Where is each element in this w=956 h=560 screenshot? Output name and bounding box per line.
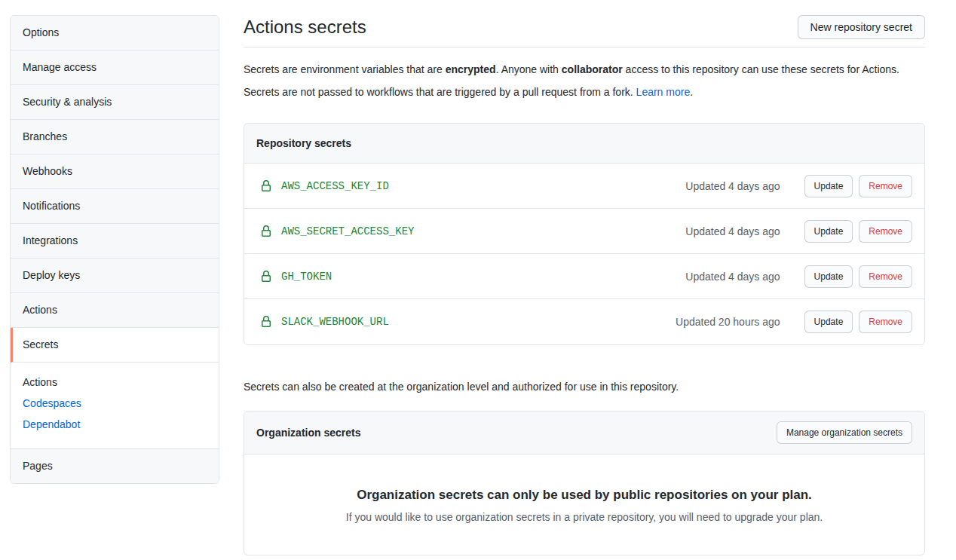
secret-updated: Updated 20 hours ago: [676, 316, 780, 328]
intro-line-2: Secrets are not passed to workflows that…: [244, 81, 925, 103]
page-title: Actions secrets: [244, 15, 366, 39]
update-button[interactable]: Update: [804, 265, 853, 288]
settings-page: Options Manage access Security & analysi…: [0, 0, 956, 555]
sidebar-item-integrations[interactable]: Integrations: [11, 224, 219, 259]
organization-secrets-panel: Organization secrets Manage organization…: [244, 411, 925, 555]
manage-organization-secrets-button[interactable]: Manage organization secrets: [777, 421, 912, 444]
secret-row: SLACK_WEBHOOK_URL Updated 20 hours ago U…: [244, 299, 924, 344]
organization-secrets-body: Organization secrets can only be used by…: [244, 454, 924, 555]
intro-bold-collaborator: collaborator: [562, 63, 623, 75]
intro-line1-post: access to this repository can use these …: [623, 63, 899, 75]
intro-line2-text: Secrets are not passed to workflows that…: [244, 86, 636, 98]
sidebar-item-actions[interactable]: Actions: [11, 293, 219, 328]
subnav-item-codespaces[interactable]: Codespaces: [11, 393, 219, 414]
remove-button[interactable]: Remove: [859, 311, 912, 333]
learn-more-link[interactable]: Learn more: [636, 86, 691, 98]
secret-name: GH_TOKEN: [281, 271, 332, 283]
secret-row: AWS_SECRET_ACCESS_KEY Updated 4 days ago…: [244, 209, 924, 254]
repository-secrets-header: Repository secrets: [244, 124, 924, 164]
remove-button[interactable]: Remove: [859, 220, 912, 243]
lock-icon: [260, 225, 272, 237]
sidebar-item-branches[interactable]: Branches: [11, 120, 219, 155]
page-header: Actions secrets New repository secret: [244, 15, 925, 47]
sidebar-item-manage-access[interactable]: Manage access: [11, 50, 219, 85]
organization-secrets-header: Organization secrets Manage organization…: [244, 412, 924, 454]
sidebar-item-options[interactable]: Options: [11, 16, 219, 50]
lock-icon: [260, 271, 272, 283]
intro-line1-pre: Secrets are environment variables that a…: [244, 63, 446, 75]
update-button[interactable]: Update: [804, 175, 853, 197]
sidebar-item-deploy-keys[interactable]: Deploy keys: [11, 259, 219, 293]
sidebar-item-notifications[interactable]: Notifications: [11, 189, 219, 224]
repository-secrets-panel: Repository secrets AWS_ACCESS_KEY_ID Upd…: [244, 123, 925, 345]
settings-sidebar: Options Manage access Security & analysi…: [10, 15, 219, 484]
secret-row: AWS_ACCESS_KEY_ID Updated 4 days ago Upd…: [244, 164, 924, 209]
remove-button[interactable]: Remove: [859, 265, 912, 288]
secret-row: GH_TOKEN Updated 4 days ago Update Remov…: [244, 254, 924, 299]
secret-updated: Updated 4 days ago: [685, 225, 780, 237]
secret-name: SLACK_WEBHOOK_URL: [281, 316, 389, 328]
update-button[interactable]: Update: [804, 220, 853, 243]
sidebar-item-security-analysis[interactable]: Security & analysis: [11, 85, 219, 120]
intro-bold-encrypted: encrypted: [446, 63, 496, 75]
org-subtext: If you would like to use organization se…: [274, 511, 894, 523]
subnav-item-actions[interactable]: Actions: [11, 372, 219, 393]
secret-updated: Updated 4 days ago: [685, 180, 780, 192]
new-repository-secret-button[interactable]: New repository secret: [798, 15, 925, 39]
repository-secrets-title: Repository secrets: [256, 137, 351, 149]
intro-line-1: Secrets are environment variables that a…: [244, 58, 925, 81]
main-content: Actions secrets New repository secret Se…: [244, 15, 925, 555]
intro-line1-mid: . Anyone with: [496, 63, 562, 75]
subnav-item-dependabot[interactable]: Dependabot: [11, 414, 219, 435]
secrets-subnav: Actions Codespaces Dependabot: [11, 363, 219, 449]
org-headline: Organization secrets can only be used by…: [274, 488, 894, 503]
sidebar-item-webhooks[interactable]: Webhooks: [11, 155, 219, 189]
sidebar-item-pages[interactable]: Pages: [11, 449, 219, 483]
intro-line2-period: .: [690, 86, 693, 98]
sidebar-item-secrets[interactable]: Secrets: [11, 328, 219, 363]
secret-name: AWS_ACCESS_KEY_ID: [281, 180, 389, 192]
update-button[interactable]: Update: [804, 311, 853, 333]
lock-icon: [260, 180, 272, 192]
lock-icon: [260, 316, 272, 328]
org-note: Secrets can also be created at the organ…: [244, 381, 925, 393]
organization-secrets-title: Organization secrets: [256, 427, 361, 439]
secret-name: AWS_SECRET_ACCESS_KEY: [281, 225, 414, 237]
secret-updated: Updated 4 days ago: [685, 271, 780, 283]
remove-button[interactable]: Remove: [859, 175, 912, 197]
intro-text: Secrets are environment variables that a…: [244, 58, 925, 103]
